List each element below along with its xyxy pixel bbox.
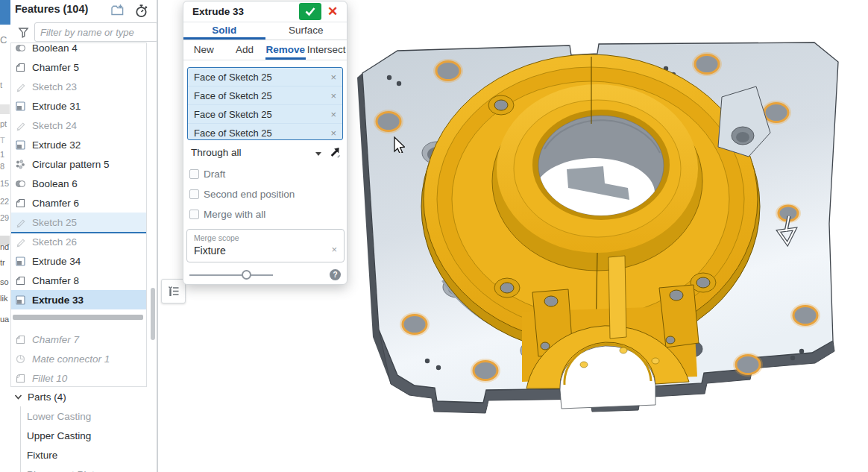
slider-handle[interactable] xyxy=(242,270,251,280)
feature-label: Sketch 23 xyxy=(32,81,77,92)
feature-row[interactable]: Sketch 26 xyxy=(11,232,146,251)
feature-row[interactable]: Boolean 4 xyxy=(11,43,146,57)
feature-row[interactable]: Chamfer 5 xyxy=(11,57,146,77)
chamfer-icon xyxy=(15,198,26,209)
tab-solid[interactable]: Solid xyxy=(183,22,265,40)
flange-ear-holes xyxy=(488,95,716,298)
rollback-bar[interactable] xyxy=(13,315,143,320)
selected-face-row[interactable]: Face of Sketch 25 × xyxy=(188,105,342,124)
highlighted-holes[interactable] xyxy=(374,52,820,383)
parts-header[interactable]: Parts (4) xyxy=(10,388,157,406)
feature-row-selected[interactable]: Extrude 33 xyxy=(11,290,146,309)
circular-pattern-icon xyxy=(15,159,26,170)
clear-merge-scope-icon[interactable]: × xyxy=(331,244,337,255)
feature-list-toggle-button[interactable] xyxy=(161,279,186,303)
extrude-icon xyxy=(15,139,26,151)
feature-row[interactable]: Chamfer 7 xyxy=(11,330,146,349)
feature-row[interactable]: Sketch 24 xyxy=(11,116,146,135)
commit-button[interactable] xyxy=(299,3,321,20)
flange-ring-step xyxy=(437,67,744,331)
part-row[interactable]: Placement Plate xyxy=(10,465,157,472)
bore-wall xyxy=(538,116,664,215)
feature-row[interactable]: Chamfer 8 xyxy=(11,271,146,290)
second-end-label: Second end position xyxy=(204,189,295,200)
casting-part[interactable] xyxy=(421,54,770,409)
rollback-history-icon[interactable] xyxy=(134,4,149,22)
second-end-checkbox[interactable] xyxy=(189,189,199,199)
rollback-list-icon xyxy=(166,284,180,298)
part-label: Upper Casting xyxy=(27,430,91,441)
chevron-down-icon xyxy=(13,392,23,402)
saddle-body xyxy=(522,306,697,382)
text-fragment: T xyxy=(0,136,10,145)
remove-face-icon[interactable]: × xyxy=(330,72,336,83)
feature-row[interactable]: Mate connector 1 xyxy=(11,349,146,368)
selected-face-row[interactable]: Face of Sketch 25 × xyxy=(188,68,342,86)
plate-left-side-face xyxy=(357,73,415,395)
boss-top[interactable] xyxy=(497,84,698,253)
add-folder-icon[interactable] xyxy=(110,4,125,19)
mode-add[interactable]: Add xyxy=(224,40,265,60)
mode-intersect[interactable]: Intersect xyxy=(306,40,347,60)
highlighted-hole xyxy=(471,359,500,383)
remove-face-icon[interactable]: × xyxy=(330,109,336,120)
feature-label: Chamfer 8 xyxy=(32,275,79,286)
wing-hole xyxy=(666,336,675,344)
flange-side xyxy=(421,60,760,353)
end-condition-select[interactable]: Through all xyxy=(191,147,242,158)
feature-row[interactable]: Chamfer 6 xyxy=(11,193,146,213)
feature-row[interactable]: Circular pattern 5 xyxy=(11,154,146,174)
filter-row xyxy=(10,22,157,43)
flip-direction-icon[interactable] xyxy=(327,145,342,163)
text-fragment: 15 xyxy=(0,179,10,188)
bearing-saddle[interactable] xyxy=(522,256,699,409)
merge-scope-value[interactable]: Fixture xyxy=(194,245,226,257)
feature-row[interactable]: Boolean 6 xyxy=(11,174,146,193)
feature-row[interactable]: Extrude 34 xyxy=(11,251,146,271)
feature-row[interactable]: Extrude 31 xyxy=(11,96,146,116)
sketch-icon xyxy=(15,81,26,92)
wing-hole xyxy=(670,290,683,300)
selected-face-row[interactable]: Face of Sketch 25 × xyxy=(188,86,342,105)
dialog-title: Extrude 33 xyxy=(192,6,244,17)
remove-face-icon[interactable]: × xyxy=(330,128,336,139)
plate-top-face[interactable] xyxy=(362,43,838,403)
help-icon[interactable]: ? xyxy=(330,269,341,280)
tab-surface[interactable]: Surface xyxy=(265,22,347,40)
merge-with-all-checkbox[interactable] xyxy=(189,210,199,219)
text-fragment: pt xyxy=(0,119,10,128)
mode-remove[interactable]: Remove xyxy=(265,40,306,60)
part-row[interactable]: Upper Casting xyxy=(10,426,157,445)
highlighted-hole xyxy=(433,59,463,83)
panel-divider[interactable] xyxy=(157,0,158,472)
feature-row[interactable]: Extrude 32 xyxy=(11,135,146,154)
highlighted-hole xyxy=(761,101,791,125)
feature-label: Chamfer 7 xyxy=(32,334,79,345)
fixture-plate[interactable] xyxy=(357,43,838,413)
part-row[interactable]: Lower Casting xyxy=(10,406,157,426)
chevron-down-icon[interactable] xyxy=(315,152,321,156)
chamfer-icon xyxy=(15,334,26,345)
direction-arrow-manipulator[interactable] xyxy=(779,216,795,244)
saddle-arch-opening xyxy=(560,346,655,409)
part-row[interactable]: Fixture xyxy=(10,445,157,465)
remove-face-icon[interactable]: × xyxy=(330,90,336,101)
draft-checkbox[interactable] xyxy=(189,169,199,179)
flange-top[interactable] xyxy=(424,54,758,344)
selected-face-row[interactable]: Face of Sketch 25 × xyxy=(188,124,342,140)
tree-scrollbar[interactable] xyxy=(151,288,155,340)
draft-option: Draft xyxy=(183,164,347,184)
feature-row[interactable]: Fillet 10 xyxy=(11,368,146,387)
mode-new[interactable]: New xyxy=(183,40,224,60)
feature-row-rollback-target[interactable]: Sketch 25 xyxy=(11,213,146,232)
merge-scope-group: Merge scope Fixture × xyxy=(186,229,345,262)
plate-counterbore-holes[interactable] xyxy=(422,142,711,361)
wing-hole xyxy=(541,342,550,350)
background-blue-block xyxy=(0,0,10,25)
arch-shading xyxy=(564,344,651,385)
feature-row[interactable]: Sketch 23 xyxy=(11,77,146,96)
slider-track[interactable] xyxy=(189,274,273,276)
filter-input[interactable] xyxy=(34,22,158,42)
features-title: Features (104) xyxy=(15,3,88,15)
cancel-button[interactable]: ✕ xyxy=(324,4,341,20)
